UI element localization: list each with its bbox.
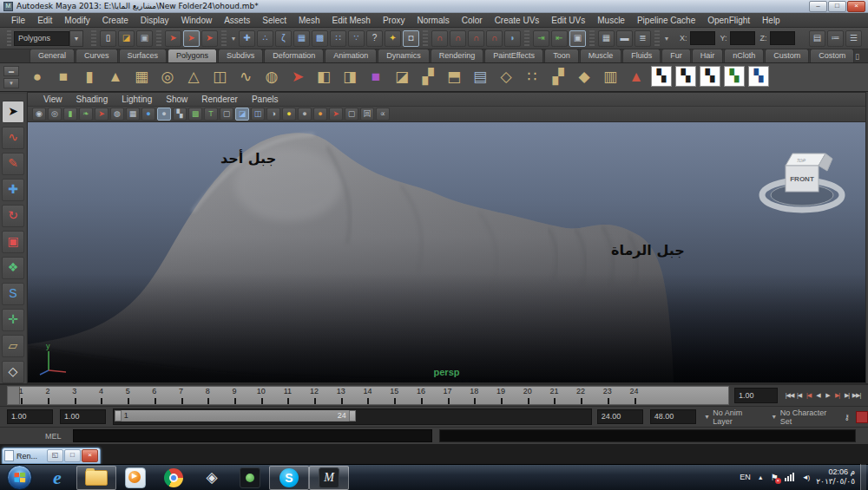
- playback-start-field[interactable]: 1.00: [60, 409, 106, 424]
- film-gate-icon[interactable]: ▦: [126, 108, 140, 121]
- attribute-editor-toggle-icon[interactable]: ≔: [827, 30, 844, 47]
- poly-cube-icon[interactable]: ■: [52, 66, 75, 88]
- drag-handle[interactable]: [7, 30, 11, 46]
- taskbar-unity[interactable]: ◈: [193, 467, 231, 489]
- select-component-icon[interactable]: ➤: [201, 30, 218, 47]
- merge-vertices-icon[interactable]: ∷: [521, 66, 543, 88]
- unity-icon[interactable]: ◈: [206, 468, 217, 487]
- step-back-frame-button[interactable]: |◀: [794, 389, 804, 402]
- range-start-handle[interactable]: [115, 410, 122, 421]
- menu-item[interactable]: Muscle: [591, 13, 631, 28]
- start-orb-icon[interactable]: [7, 465, 32, 490]
- uv-planar-map-icon[interactable]: ▚: [651, 66, 672, 87]
- view-cube[interactable]: FRONT TOP: [754, 141, 850, 219]
- frame-cell[interactable]: 11: [274, 387, 301, 404]
- maya-icon[interactable]: M: [319, 467, 339, 488]
- mask-curves-icon[interactable]: ζ: [275, 30, 292, 47]
- panel-menu-item[interactable]: View: [36, 93, 69, 106]
- mask-misc-icon[interactable]: ?: [366, 30, 383, 47]
- reduce-icon[interactable]: ◪: [391, 66, 413, 88]
- network-signal-icon[interactable]: [785, 473, 796, 481]
- frame-cell[interactable]: 17: [434, 387, 461, 404]
- minimize-button[interactable]: –: [809, 1, 827, 12]
- separator[interactable]: [221, 30, 227, 46]
- mask-points-icon[interactable]: ∴: [257, 30, 273, 47]
- mask-rendering-icon[interactable]: ∵: [348, 30, 365, 47]
- anim-layer-arrow-icon[interactable]: ▼: [703, 414, 712, 420]
- rotate-tool-icon[interactable]: ↻: [2, 205, 24, 227]
- shelf-trash-icon[interactable]: ▯: [855, 51, 865, 62]
- taskbar-dark-app[interactable]: [231, 467, 269, 489]
- frame-cell[interactable]: 20: [514, 387, 541, 404]
- clock[interactable]: 02:06 م ٢٠١٣/٠٥/٠٥: [816, 467, 855, 487]
- taskbar-maya[interactable]: M: [309, 466, 349, 490]
- panel-menu-item[interactable]: Lighting: [115, 93, 159, 106]
- menu-item[interactable]: Normals: [411, 13, 456, 28]
- menu-item[interactable]: Pipeline Cache: [631, 13, 701, 28]
- media-player-icon[interactable]: [125, 467, 146, 488]
- all-lights-icon[interactable]: ●: [313, 108, 327, 121]
- frame-cell[interactable]: 1: [8, 387, 35, 404]
- snap-curve-icon[interactable]: ∩: [450, 30, 466, 47]
- frame-cell[interactable]: 19: [488, 387, 515, 404]
- frame-cell[interactable]: 14: [354, 387, 381, 404]
- frame-cell[interactable]: 7: [168, 387, 194, 404]
- split-polygon-icon[interactable]: ◆: [573, 66, 595, 88]
- mask-dynamics-icon[interactable]: ∷: [330, 30, 346, 47]
- move-tool-icon[interactable]: ✚: [2, 179, 24, 201]
- frame-cell[interactable]: 13: [327, 387, 354, 404]
- select-tool-icon[interactable]: ➤: [2, 101, 24, 123]
- poly-platonic-icon[interactable]: ◍: [260, 66, 283, 88]
- frame-cell[interactable]: 3: [61, 387, 88, 404]
- ipr-render-icon[interactable]: ▬: [616, 30, 633, 47]
- language-indicator[interactable]: EN: [740, 473, 751, 481]
- shelf-tab[interactable]: nCloth: [724, 49, 764, 62]
- poly-plane-icon[interactable]: ▦: [130, 66, 153, 88]
- playback-range-bar[interactable]: 1 24: [115, 410, 356, 421]
- x-input[interactable]: [690, 31, 715, 45]
- go-to-start-button[interactable]: |◀◀: [785, 389, 794, 402]
- taskbar-skype[interactable]: S: [269, 466, 309, 490]
- menu-item[interactable]: Edit: [31, 13, 58, 28]
- shelf-tab[interactable]: Deformation: [264, 49, 324, 62]
- highlight-selection-icon[interactable]: ◘: [403, 30, 419, 47]
- playback-end-field[interactable]: 24.00: [597, 409, 643, 424]
- frame-cell[interactable]: 12: [301, 387, 328, 404]
- frame-cell[interactable]: 2: [35, 387, 62, 404]
- snap-grid-icon[interactable]: ∩: [431, 30, 448, 47]
- render-current-frame-icon[interactable]: ▦: [598, 30, 615, 47]
- frame-cell[interactable]: 24: [621, 387, 648, 404]
- show-desktop-button[interactable]: [860, 464, 866, 490]
- view-compass-icon[interactable]: ❧: [79, 108, 93, 121]
- smooth-icon[interactable]: ■: [365, 66, 387, 88]
- backface-icon[interactable]: ◫: [251, 108, 265, 121]
- input-connections-icon[interactable]: ⇥: [533, 30, 549, 47]
- shelf-tab[interactable]: Polygons: [168, 49, 217, 62]
- poly-cone-icon[interactable]: ▲: [104, 66, 127, 88]
- panel-menu-item[interactable]: Renderer: [194, 93, 245, 106]
- render-settings-icon[interactable]: ≣: [635, 30, 651, 47]
- frame-cell[interactable]: 23: [594, 387, 621, 404]
- step-forward-frame-button[interactable]: ▶|: [842, 389, 852, 402]
- poly-helix-icon[interactable]: ∿: [234, 66, 257, 88]
- viewport[interactable]: جبل أحد جبل الرماة FRONT TOP: [28, 122, 865, 382]
- menu-set-arrow-icon[interactable]: ▼: [69, 30, 83, 47]
- shelf-arrow-icon[interactable]: ▼: [3, 78, 19, 88]
- menu-item[interactable]: Modify: [58, 13, 95, 28]
- maximize-button[interactable]: □: [828, 1, 846, 12]
- frame-cell[interactable]: 5: [115, 387, 141, 404]
- channel-box-toggle-icon[interactable]: ▤: [809, 30, 825, 47]
- cut-faces-icon[interactable]: ▞: [417, 66, 439, 88]
- show-manipulator-icon[interactable]: ✛: [2, 309, 24, 331]
- bevel-icon[interactable]: ▤: [469, 66, 491, 88]
- soft-modification-icon[interactable]: S: [2, 283, 24, 305]
- shelf-tab[interactable]: Muscle: [580, 49, 622, 62]
- taskbar-chrome[interactable]: [155, 467, 193, 489]
- character-set-value[interactable]: No Character Set: [780, 408, 839, 426]
- frame-cell[interactable]: 8: [194, 387, 221, 404]
- separator[interactable]: [91, 30, 96, 46]
- menu-item[interactable]: Display: [135, 13, 175, 28]
- poly-torus-icon[interactable]: ◎: [156, 66, 179, 88]
- snap-mask-all-icon[interactable]: ✚: [239, 30, 255, 47]
- menu-set-value[interactable]: Polygons: [14, 31, 69, 46]
